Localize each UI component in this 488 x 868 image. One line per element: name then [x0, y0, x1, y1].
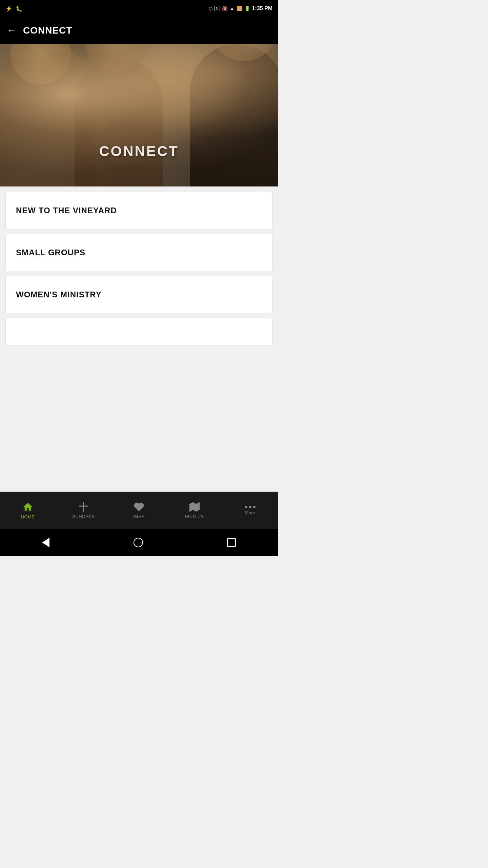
person-left-body	[0, 44, 95, 186]
nav-label-sundays: SUNDAYS	[72, 514, 94, 519]
battery-icon: 🔋	[244, 6, 250, 11]
more-dots-icon	[245, 506, 256, 508]
status-right-icons: ⬡ N 🔇 ▲ 📶 🔋 1:35 PM	[209, 5, 272, 12]
person-left-head	[10, 44, 71, 85]
home-system-button[interactable]	[123, 534, 153, 551]
svg-point-3	[194, 505, 196, 507]
heart-icon	[134, 502, 144, 512]
hero-overlay	[0, 44, 278, 186]
nav-item-more[interactable]: More	[222, 506, 278, 515]
nav-item-home[interactable]: HOME	[0, 501, 56, 519]
bug-icon: 🐛	[16, 5, 22, 12]
wifi-icon: ▲	[230, 6, 235, 11]
status-left-icons: ⚡ 🐛	[5, 5, 22, 12]
new-to-vineyard-title: NEW TO THE VINEYARD	[16, 206, 117, 215]
nav-label-home: HOME	[21, 514, 35, 519]
recent-system-button[interactable]	[217, 535, 246, 550]
dot-1	[245, 506, 247, 508]
nfc-icon: N	[215, 6, 220, 11]
nav-label-more: More	[245, 510, 256, 515]
dot-2	[249, 506, 251, 508]
person-middle-body	[75, 58, 163, 186]
usb-icon: ⚡	[5, 5, 12, 12]
content-area: NEW TO THE VINEYARD SMALL GROUPS WOMEN'S…	[0, 186, 278, 492]
person-right-head	[210, 44, 278, 61]
nav-item-give[interactable]: GIVE	[111, 502, 167, 519]
app-bar: ← CONNECT	[0, 17, 278, 44]
mute-icon: 🔇	[222, 6, 228, 11]
new-to-vineyard-card[interactable]: NEW TO THE VINEYARD	[5, 192, 272, 229]
back-triangle-icon	[42, 538, 49, 547]
cross-icon	[79, 502, 88, 512]
partial-card[interactable]	[5, 318, 272, 346]
status-bar: ⚡ 🐛 ⬡ N 🔇 ▲ 📶 🔋 1:35 PM	[0, 0, 278, 17]
home-circle-icon	[134, 538, 143, 547]
nav-label-give: GIVE	[133, 514, 144, 519]
hero-people-silhouettes	[0, 44, 278, 186]
womens-ministry-title: WOMEN'S MINISTRY	[16, 290, 102, 299]
small-groups-card[interactable]: SMALL GROUPS	[5, 234, 272, 271]
small-groups-title: SMALL GROUPS	[16, 248, 85, 257]
nav-label-find-us: FIND US	[185, 514, 204, 519]
back-system-button[interactable]	[32, 534, 60, 551]
nav-item-find-us[interactable]: FIND US	[167, 502, 222, 519]
signal-icon: 📶	[237, 6, 242, 11]
hero-overlay-text: CONNECT	[99, 143, 179, 159]
bottom-navigation: HOME SUNDAYS GIVE FIND US More	[0, 492, 278, 529]
system-navigation-bar	[0, 529, 278, 556]
status-time: 1:35 PM	[252, 5, 272, 12]
bluetooth-icon: ⬡	[209, 6, 212, 11]
back-button[interactable]: ←	[7, 25, 16, 36]
person-middle-head	[85, 44, 146, 71]
recent-square-icon	[227, 538, 236, 547]
dot-3	[253, 506, 256, 508]
page-title: CONNECT	[23, 25, 72, 36]
hero-image: CONNECT	[0, 44, 278, 186]
map-icon	[189, 502, 200, 512]
home-icon	[22, 501, 33, 512]
nav-item-sundays[interactable]: SUNDAYS	[56, 502, 111, 519]
person-right-body	[190, 44, 278, 186]
womens-ministry-card[interactable]: WOMEN'S MINISTRY	[5, 276, 272, 313]
